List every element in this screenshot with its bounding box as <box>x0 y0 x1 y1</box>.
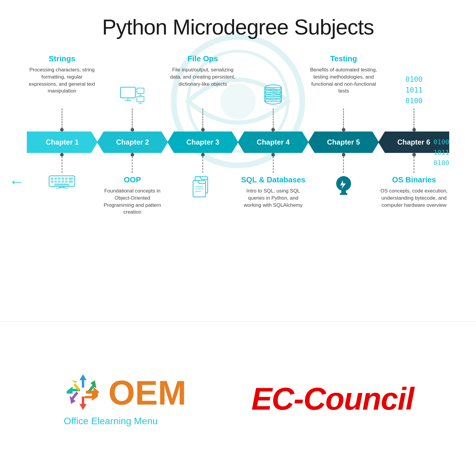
top-subjects-row: Strings Processing characters, string fo… <box>24 54 452 131</box>
oem-text: OEM <box>108 376 186 410</box>
oem-subtitle: Office Elearning Menu <box>64 416 158 427</box>
main-content: Python Microdegree Subjects 0100 1011 01… <box>0 0 476 225</box>
svg-rect-9 <box>137 96 144 102</box>
oop-subject: OOP Foundational concepts in Object-Orie… <box>97 175 168 216</box>
oem-letter-e: E <box>135 374 158 412</box>
oem-logo: OEM Office Elearning Menu <box>62 371 186 427</box>
svg-rect-31 <box>69 181 73 183</box>
monitors-connector-top <box>131 109 134 131</box>
chapter-bar: Chapter 1 Chapter 2 Chapter 3 Chapter 4 … <box>27 131 449 153</box>
svg-rect-32 <box>54 184 69 186</box>
strings-desc: Processing characters, string formatting… <box>28 66 96 95</box>
chapter-2-label: Chapter 2 <box>116 138 149 146</box>
chapter-3-arrow[interactable]: Chapter 3 <box>167 131 238 153</box>
bottom-cell-files <box>167 153 238 216</box>
footer: OEM Office Elearning Menu EC-Council <box>0 321 476 476</box>
svg-rect-28 <box>58 181 60 183</box>
oop-title: OOP <box>99 175 166 184</box>
svg-rect-23 <box>62 178 64 180</box>
top-cell-monitors <box>97 54 168 131</box>
testing-subject: Testing Benefits of automated testing, t… <box>309 54 379 109</box>
bottom-cell-sql: SQL & Databases Intro to SQL, using SQL … <box>238 153 309 216</box>
top-cell-testing: Testing Benefits of automated testing, t… <box>309 54 379 131</box>
top-cell-database <box>238 54 309 131</box>
svg-rect-24 <box>65 178 68 180</box>
files-icon <box>192 175 214 200</box>
strings-title: Strings <box>49 54 76 63</box>
sql-subject: SQL & Databases Intro to SQL, using SQL … <box>238 175 309 209</box>
oem-letter-o: O <box>108 374 135 412</box>
binary-icon: 0100 1011 0100 <box>405 74 423 106</box>
chapter-5-label: Chapter 5 <box>327 138 360 146</box>
svg-rect-25 <box>69 178 73 180</box>
binary-decoration: 0100 1011 0100 <box>433 137 449 168</box>
testing-title: Testing <box>330 54 357 63</box>
fileops-subject: File Ops File input/output, serializing … <box>167 54 238 109</box>
svg-rect-40 <box>340 193 347 195</box>
oem-arrows-icon <box>62 371 104 414</box>
ec-council-logo: EC-Council <box>251 381 414 417</box>
chapter-1-label: Chapter 1 <box>46 138 79 146</box>
bottom-cell-keyboard <box>27 153 97 216</box>
sql-desc: Intro to SQL, using SQL queries in Pytho… <box>239 187 307 209</box>
main-page: Python Microdegree Subjects 0100 1011 01… <box>0 0 476 476</box>
sql-title: SQL & Databases <box>239 175 307 184</box>
chapter-4-arrow[interactable]: Chapter 4 <box>238 131 309 153</box>
svg-rect-21 <box>54 178 57 180</box>
strings-connector-top <box>60 109 64 131</box>
strings-subject: Strings Processing characters, string fo… <box>27 54 97 109</box>
page-title: Python Microdegree Subjects <box>24 15 452 39</box>
bottom-cell-head <box>309 153 379 216</box>
bottom-cell-oop: OOP Foundational concepts in Object-Orie… <box>97 153 168 216</box>
svg-rect-30 <box>65 181 68 183</box>
fileops-desc: File input/output, serializing data, and… <box>169 66 237 87</box>
back-arrow-icon[interactable]: ← <box>9 173 24 190</box>
osbinaries-subject: OS Binaries OS concepts, code execution,… <box>379 175 449 209</box>
bottom-subjects-row: OOP Foundational concepts in Object-Orie… <box>24 153 452 216</box>
fileops-title: File Ops <box>187 54 218 63</box>
chapter-2-arrow[interactable]: Chapter 2 <box>97 131 168 153</box>
timeline-section: Strings Processing characters, string fo… <box>24 54 452 216</box>
monitors-icon <box>119 86 146 106</box>
svg-rect-20 <box>51 178 53 180</box>
oop-desc: Foundational concepts in Object-Oriented… <box>99 187 166 216</box>
svg-rect-22 <box>58 178 60 180</box>
fileops-connector-top <box>201 109 205 131</box>
svg-rect-3 <box>120 87 135 98</box>
keyboard-icon <box>48 175 75 191</box>
svg-rect-27 <box>54 181 57 183</box>
svg-rect-29 <box>62 181 64 183</box>
osbinaries-desc: OS concepts, code execution, understandi… <box>380 187 448 209</box>
svg-rect-26 <box>51 181 53 183</box>
chapter-3-label: Chapter 3 <box>186 138 219 146</box>
top-cell-strings: Strings Processing characters, string fo… <box>27 54 97 131</box>
osbinaries-title: OS Binaries <box>380 175 448 184</box>
svg-rect-6 <box>137 88 144 93</box>
oem-letter-m: M <box>158 374 186 412</box>
top-cell-fileops: File Ops File input/output, serializing … <box>167 54 238 131</box>
top-cell-binary-icon: 0100 1011 0100 <box>379 54 449 131</box>
chapter-5-arrow[interactable]: Chapter 5 <box>308 131 379 153</box>
testing-desc: Benefits of automated testing, testing m… <box>310 66 378 95</box>
chapter-6-label: Chapter 6 <box>397 138 430 146</box>
database-icon <box>262 84 284 106</box>
chapter-4-label: Chapter 4 <box>257 138 290 146</box>
chapter-1-arrow[interactable]: Chapter 1 <box>27 131 98 153</box>
head-icon <box>333 175 354 200</box>
